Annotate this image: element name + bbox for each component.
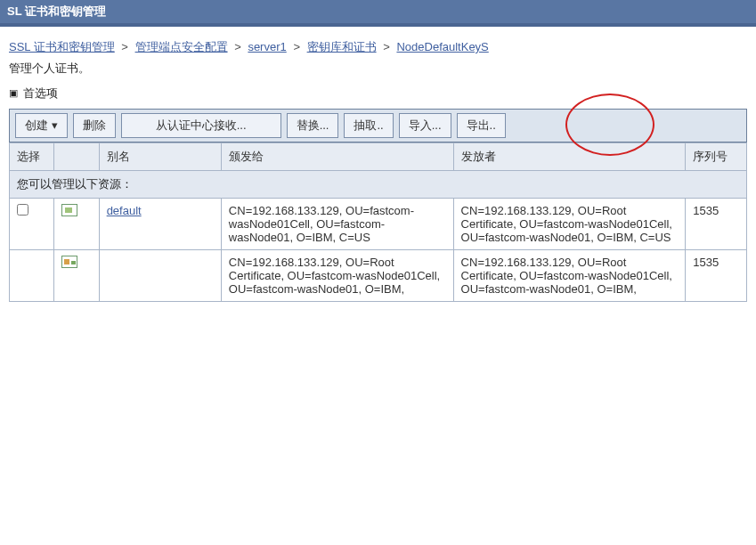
col-header-icon [54,143,99,171]
cell-issued-by: CN=192.168.133.129, OU=Root Certificate,… [453,199,686,250]
section-row: 您可以管理以下资源： [10,171,747,199]
extract-button[interactable]: 抽取.. [344,113,393,138]
breadcrumb-link-node[interactable]: NodeDefaultKeyS [396,40,488,53]
expand-icon: ▣ [9,87,18,99]
breadcrumb: SSL 证书和密钥管理 > 管理端点安全配置 > server1 > 密钥库和证… [9,39,747,55]
cell-icon [54,199,99,250]
delete-button[interactable]: 删除 [73,113,116,138]
root-certificate-icon [61,256,77,268]
breadcrumb-link-endpoint[interactable]: 管理端点安全配置 [135,40,228,53]
cell-issued-by: CN=192.168.133.129, OU=Root Certificate,… [453,250,686,302]
cell-serial: 1535 [686,199,747,250]
col-header-issued-by: 发放者 [453,143,686,171]
cell-alias [99,250,221,302]
export-button[interactable]: 导出.. [457,113,506,138]
cell-select [10,199,54,250]
toolbar: 创建 ▾ 删除 从认证中心接收... 替换... 抽取.. 导入... 导出.. [9,109,747,142]
page-subtitle: 管理个人证书。 [9,61,747,77]
breadcrumb-link-server1[interactable]: server1 [248,40,286,53]
breadcrumb-link-keystore[interactable]: 密钥库和证书 [307,40,377,53]
cell-serial: 1535 [686,250,747,302]
breadcrumb-sep: > [293,40,300,53]
alias-link[interactable]: default [107,204,142,217]
replace-button[interactable]: 替换... [287,113,339,138]
cell-icon [54,250,99,302]
breadcrumb-sep: > [234,40,241,53]
breadcrumb-link-ssl[interactable]: SSL 证书和密钥管理 [9,40,115,53]
cell-alias: default [99,199,221,250]
window-title-bar: SL 证书和密钥管理 [0,0,756,27]
create-button[interactable]: 创建 ▾ [15,113,68,138]
cell-select [10,250,54,302]
certificates-table: 选择 别名 颁发给 发放者 序列号 您可以管理以下资源： default [9,142,747,302]
row-checkbox[interactable] [17,204,28,216]
col-header-issued-to: 颁发给 [221,143,453,171]
table-row: default CN=192.168.133.129, OU=fastcom-w… [10,199,747,250]
receive-from-ca-button[interactable]: 从认证中心接收... [121,113,281,138]
preferences-toggle[interactable]: ▣ 首选项 [9,85,747,102]
certificate-icon [61,204,77,216]
cell-issued-to: CN=192.168.133.129, OU=Root Certificate,… [221,250,453,302]
table-header-row: 选择 别名 颁发给 发放者 序列号 [10,143,747,171]
window-title: SL 证书和密钥管理 [7,4,106,18]
table-row: CN=192.168.133.129, OU=Root Certificate,… [10,250,747,302]
section-label: 您可以管理以下资源： [10,171,747,199]
breadcrumb-sep: > [121,40,128,53]
col-header-alias: 别名 [99,143,221,171]
col-header-serial: 序列号 [686,143,747,171]
preferences-label: 首选项 [23,86,58,100]
import-button[interactable]: 导入... [399,113,451,138]
breadcrumb-sep: > [383,40,390,53]
col-header-select: 选择 [10,143,54,171]
cell-issued-to: CN=192.168.133.129, OU=fastcom-wasNode01… [221,199,453,250]
